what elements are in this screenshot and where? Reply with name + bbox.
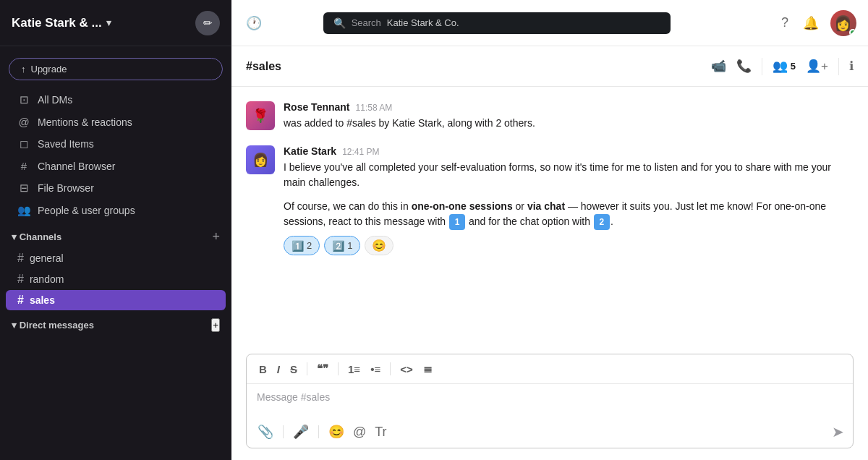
unordered-list-button[interactable]: •≡ [367, 361, 384, 378]
message-author: Rose Tennant [284, 101, 350, 113]
search-prefix: Search [352, 17, 381, 28]
all-dms-icon: ⊡ [17, 93, 30, 106]
toolbar-separator-2 [338, 362, 339, 375]
mentions-icon: @ [17, 116, 30, 128]
reaction-1-emoji: 1️⃣ [292, 240, 304, 252]
rose-avatar: 🌹 [246, 101, 275, 130]
channel-info-button[interactable]: ℹ [849, 59, 854, 74]
ordered-list-button[interactable]: 1≡ [344, 361, 364, 378]
dm-section-header[interactable]: ▾ Direct messages + [0, 311, 231, 335]
message-input[interactable]: Message #sales [247, 384, 853, 416]
channel-item-sales[interactable]: # sales [6, 290, 226, 310]
input-actions: 📎 🎤 😊 @ Tr ➤ [247, 416, 853, 448]
online-status-dot [849, 29, 856, 36]
upgrade-button[interactable]: ↑ Upgrade [9, 58, 223, 80]
message-header: Katie Stark 12:41 PM [284, 145, 854, 157]
phone-call-button[interactable]: 📞 [736, 59, 752, 74]
workspace-name[interactable]: Katie Stark & ... ▾ [12, 16, 111, 30]
channel-hash-icon: # [17, 294, 24, 307]
search-workspace: Katie Stark & Co. [387, 17, 459, 28]
message-body: Katie Stark 12:41 PM I believe you've al… [284, 145, 854, 255]
audio-button[interactable]: 🎤 [291, 422, 311, 442]
sidebar-item-channel-browser[interactable]: # Channel Browser [6, 156, 226, 176]
user-avatar[interactable]: 👩 [830, 10, 856, 36]
people-label: People & user groups [38, 205, 135, 216]
mentions-label: Mentions & reactions [38, 116, 132, 128]
members-button[interactable]: 👥 5 [773, 59, 796, 74]
message-header: Rose Tennant 11:58 AM [284, 101, 854, 113]
notifications-button[interactable]: 🔔 [800, 12, 822, 34]
attach-file-button[interactable]: 📎 [255, 422, 276, 442]
main-area: 🕐 🔍 Search Katie Stark & Co. ? 🔔 👩 #sale… [231, 0, 868, 460]
history-button[interactable]: 🕐 [243, 12, 265, 34]
channel-sales-label: sales [30, 294, 55, 306]
bold-button[interactable]: B [255, 361, 271, 378]
toolbar-separator [307, 362, 307, 375]
channel-general-label: general [30, 252, 64, 264]
add-member-button[interactable]: 👤+ [806, 59, 828, 74]
quote-button[interactable]: ❝❞ [313, 360, 332, 378]
code-button[interactable]: <> [396, 361, 417, 378]
action-separator [283, 425, 284, 438]
file-browser-label: File Browser [38, 182, 94, 194]
channel-item-random[interactable]: # random [6, 269, 226, 289]
sidebar-header: Katie Stark & ... ▾ ✏ [0, 0, 231, 46]
workspace-chevron-icon: ▾ [106, 17, 111, 28]
sidebar-item-all-dms[interactable]: ⊡ All DMs [6, 89, 226, 111]
channel-browser-label: Channel Browser [38, 161, 115, 172]
dm-section-label: ▾ Direct messages [12, 320, 94, 331]
send-button[interactable]: ➤ [832, 423, 844, 440]
input-area: B I S ❝❞ 1≡ •≡ <> ≣ Message #sales 📎 🎤 [231, 345, 868, 460]
num-two: 2 [594, 214, 610, 230]
message-para-1: I believe you've all completed your self… [284, 160, 854, 190]
message-text: I believe you've all completed your self… [284, 160, 854, 230]
input-placeholder: Message #sales [257, 391, 330, 403]
upgrade-icon: ↑ [21, 64, 26, 74]
channels-section-header[interactable]: ▾ Channels + [0, 222, 231, 247]
add-reaction-button[interactable]: 😊 [365, 236, 393, 255]
add-dm-button[interactable]: + [211, 318, 220, 332]
strike-button[interactable]: S [286, 361, 301, 378]
action-separator-2 [318, 425, 319, 438]
topbar-nav: 🕐 [243, 12, 265, 34]
reaction-2[interactable]: 2️⃣ 1 [324, 236, 360, 255]
upgrade-label: Upgrade [31, 64, 67, 74]
channel-item-general[interactable]: # general [6, 248, 226, 268]
reaction-2-count: 1 [347, 240, 352, 251]
people-icon: 👥 [17, 204, 30, 217]
add-channel-button[interactable]: + [212, 229, 220, 244]
message-text: was added to #sales by Katie Stark, alon… [284, 116, 854, 131]
channel-random-label: random [30, 273, 64, 285]
channel-hash-icon: # [17, 273, 24, 286]
sidebar-item-file-browser[interactable]: ⊟ File Browser [6, 177, 226, 199]
message-author: Katie Stark [284, 145, 336, 157]
sidebar-item-saved[interactable]: ◻ Saved Items [6, 133, 226, 155]
video-call-button[interactable]: 📹 [711, 59, 726, 74]
italic-button[interactable]: I [273, 361, 284, 378]
sidebar-item-people[interactable]: 👥 People & user groups [6, 200, 226, 221]
message-time: 12:41 PM [342, 147, 379, 157]
sidebar: Katie Stark & ... ▾ ✏ ↑ Upgrade ⊡ All DM… [0, 0, 231, 460]
search-bar[interactable]: 🔍 Search Katie Stark & Co. [323, 12, 671, 34]
reaction-1[interactable]: 1️⃣ 2 [284, 236, 320, 255]
message-para-2: Of course, we can do this in one-on-one … [284, 199, 854, 230]
message-row: 👩 Katie Stark 12:41 PM I believe you've … [246, 145, 854, 255]
channel-browser-icon: # [17, 160, 30, 172]
help-button[interactable]: ? [778, 12, 791, 33]
sidebar-content: ↑ Upgrade ⊡ All DMs @ Mentions & reactio… [0, 46, 231, 460]
message-time: 11:58 AM [356, 103, 393, 113]
mention-button[interactable]: @ [351, 422, 368, 442]
header-divider-2 [838, 58, 839, 75]
reaction-1-count: 2 [307, 240, 312, 251]
text-format-button[interactable]: Tr [373, 422, 388, 442]
topbar-actions: ? 🔔 👩 [778, 10, 856, 36]
emoji-button[interactable]: 😊 [326, 422, 346, 442]
saved-label: Saved Items [38, 138, 94, 150]
toolbar-separator-3 [390, 362, 391, 375]
indent-button[interactable]: ≣ [420, 360, 436, 378]
edit-button[interactable]: ✏ [195, 11, 220, 35]
header-divider [762, 58, 762, 75]
sidebar-item-mentions[interactable]: @ Mentions & reactions [6, 111, 226, 132]
reaction-2-emoji: 2️⃣ [332, 240, 344, 252]
messages-area: 🌹 Rose Tennant 11:58 AM was added to #sa… [231, 87, 868, 345]
